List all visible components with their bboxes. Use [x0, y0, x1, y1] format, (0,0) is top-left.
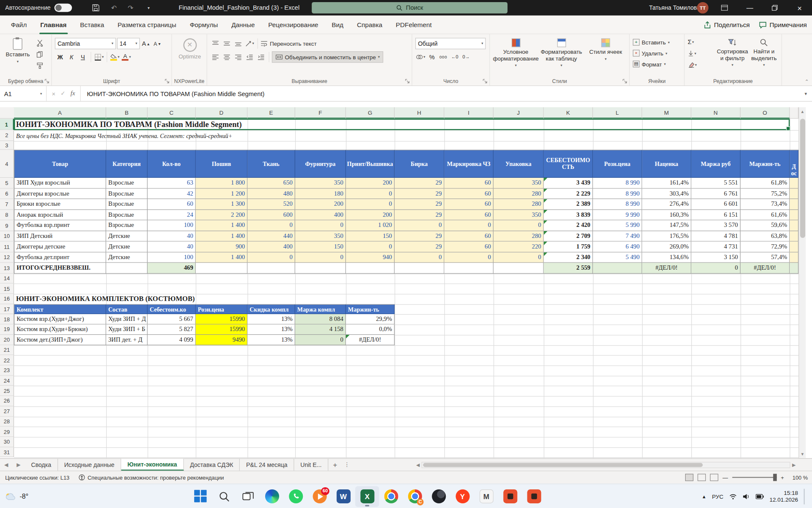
minimize-button[interactable]: —	[738, 0, 763, 16]
cell-H7[interactable]: 29	[395, 199, 444, 210]
cell-O12[interactable]: 57,4%	[741, 252, 790, 263]
cell-E7[interactable]: 520	[247, 199, 295, 210]
cell-M10[interactable]: 176,5%	[642, 231, 691, 242]
cell-D6[interactable]: 1 200	[196, 188, 247, 199]
cell-P13[interactable]	[790, 263, 798, 273]
taskbar-app-yandex-icon[interactable]: Y	[450, 486, 474, 507]
table1-header-M[interactable]: Наценка	[642, 150, 691, 178]
taskbar-app-start-icon[interactable]	[189, 486, 212, 507]
quick-access-chevron-icon[interactable]: ▾	[141, 0, 156, 16]
cell-E13[interactable]	[247, 263, 295, 273]
table2-header-A[interactable]: Комплект	[14, 304, 106, 314]
cell-M5[interactable]: 161,4%	[642, 178, 691, 188]
clear-button[interactable]: ▾	[688, 60, 716, 70]
row-header-19[interactable]: 19	[0, 325, 14, 335]
cell-F18[interactable]: 8 084	[295, 315, 346, 325]
wifi-icon[interactable]	[729, 493, 737, 500]
cell-G19[interactable]: 0,0%	[346, 325, 395, 335]
borders-button[interactable]: ▾	[94, 52, 104, 62]
formula-bar-expand-icon[interactable]: ▾	[800, 91, 812, 96]
row-header-3[interactable]: 3	[0, 141, 14, 150]
cell-B6[interactable]: Взрослые	[106, 188, 148, 199]
row-header-5[interactable]: 5	[0, 178, 14, 188]
add-sheet-button[interactable]: +	[328, 459, 342, 471]
increase-font-button[interactable]: А▲	[141, 39, 151, 49]
ribbon-tab-Справка[interactable]: Справка	[350, 15, 389, 34]
cell-P10[interactable]	[790, 231, 798, 242]
cell-G9[interactable]: 1 020	[346, 220, 395, 231]
cell-F6[interactable]: 180	[295, 188, 346, 199]
column-header-O[interactable]: O	[741, 107, 790, 119]
cell-H5[interactable]: 29	[395, 178, 444, 188]
paste-button[interactable]: Вставить ▾	[3, 37, 32, 71]
cell-A12[interactable]: Футболка дет.принт	[14, 252, 106, 263]
decrease-font-button[interactable]: А▼	[152, 39, 162, 49]
align-bottom-button[interactable]	[233, 39, 243, 49]
align-right-button[interactable]	[233, 52, 243, 62]
taskbar-app-orange-2-icon[interactable]	[522, 486, 546, 507]
horizontal-scrollbar[interactable]: ◀ ▶	[414, 461, 798, 469]
decrease-decimal-button[interactable]: 0→	[461, 52, 471, 62]
sheet-tab-Юнит-экономика[interactable]: Юнит-экономика	[121, 459, 184, 471]
column-header-G[interactable]: G	[346, 107, 395, 119]
cell-N12[interactable]: 3 150	[691, 252, 741, 263]
insert-cells-button[interactable]: + Вставить▾	[633, 37, 682, 48]
merge-center-button[interactable]: Объединить и поместить в центре ▾	[272, 51, 384, 63]
table2-header-E[interactable]: Скидка компл	[247, 304, 295, 314]
cell-E9[interactable]: 0	[247, 220, 295, 231]
row-header-16[interactable]: 16	[0, 294, 14, 304]
format-as-table-button[interactable]: Форматировать как таблицу ▾	[538, 37, 584, 76]
vertical-scrollbar[interactable]: ▲ ▼	[798, 107, 806, 458]
cell-K13[interactable]: 2 559	[544, 263, 593, 273]
cell-C18[interactable]: 5 667	[148, 315, 196, 325]
cell-C8[interactable]: 24	[148, 210, 196, 220]
cell-K10[interactable]: 2 709	[544, 231, 593, 242]
page-layout-view-button[interactable]	[698, 474, 706, 481]
cell-I7[interactable]: 60	[444, 199, 494, 210]
clipboard-dialog-launcher[interactable]	[44, 79, 49, 84]
table1-header-N[interactable]: Маржа руб	[691, 150, 741, 178]
table1-header-J[interactable]: Упаковка	[494, 150, 544, 178]
sheet-tab-P&L 24 месяца[interactable]: P&L 24 месяца	[240, 459, 294, 471]
sort-filter-button[interactable]: Сортировка и фильтр ▾	[716, 37, 749, 76]
cell-H6[interactable]: 29	[395, 188, 444, 199]
cell-J8[interactable]: 350	[494, 210, 544, 220]
sheet-nav-right-icon[interactable]: ▶	[12, 459, 25, 471]
taskbar-app-search-icon[interactable]	[212, 486, 236, 507]
cell-A13[interactable]: ИТОГО/СРЕДНЕВЗВЕШ.	[14, 263, 106, 273]
cell-D12[interactable]: 1 400	[196, 252, 247, 263]
table2-header-G[interactable]: Маржин-ть	[346, 304, 395, 314]
format-painter-button[interactable]	[35, 61, 45, 71]
tray-chevron-icon[interactable]: ▲	[702, 494, 706, 499]
zoom-out-button[interactable]: —	[723, 474, 728, 480]
styles-dialog-launcher[interactable]	[623, 79, 628, 84]
scroll-down-icon[interactable]: ▼	[799, 450, 806, 458]
font-name-combo[interactable]: Cambria▾	[55, 38, 116, 49]
row-header-29[interactable]: 29	[0, 427, 14, 437]
cell-F7[interactable]: 200	[295, 199, 346, 210]
ribbon-tab-Рецензирование[interactable]: Рецензирование	[261, 15, 325, 34]
row-header-2[interactable]: 2	[0, 130, 14, 141]
cell-N9[interactable]: 3 570	[691, 220, 741, 231]
cell-I9[interactable]: 0	[444, 220, 494, 231]
cell-E12[interactable]: 0	[247, 252, 295, 263]
cell-D19[interactable]: 15990	[196, 325, 247, 335]
row-header-11[interactable]: 11	[0, 242, 14, 252]
cell-N10[interactable]: 4 781	[691, 231, 741, 242]
sheet-tab-Unit E...[interactable]: Unit E...	[294, 459, 329, 471]
row-header-31[interactable]: 31	[0, 447, 14, 457]
cell-C9[interactable]: 100	[148, 220, 196, 231]
cell-C11[interactable]: 40	[148, 242, 196, 252]
table1-header-P[interactable]: Дос	[790, 150, 798, 178]
cell-K5[interactable]: 3 439	[544, 178, 593, 188]
horizontal-scroll-thumb[interactable]	[423, 463, 702, 467]
underline-button[interactable]: Ч	[78, 52, 88, 62]
row-header-8[interactable]: 8	[0, 210, 14, 220]
cell-F8[interactable]: 400	[295, 210, 346, 220]
cell-J10[interactable]: 280	[494, 231, 544, 242]
percent-style-button[interactable]: %	[427, 52, 437, 62]
table1-header-F[interactable]: Фурнитура	[295, 150, 346, 178]
formula-content[interactable]: ЮНИТ-ЭКОНОМИКА ПО ТОВАРАМ (Fashion Middl…	[81, 90, 800, 97]
cell-B20[interactable]: ЗИП дет. + Д	[106, 335, 148, 345]
volume-icon[interactable]	[743, 493, 750, 500]
